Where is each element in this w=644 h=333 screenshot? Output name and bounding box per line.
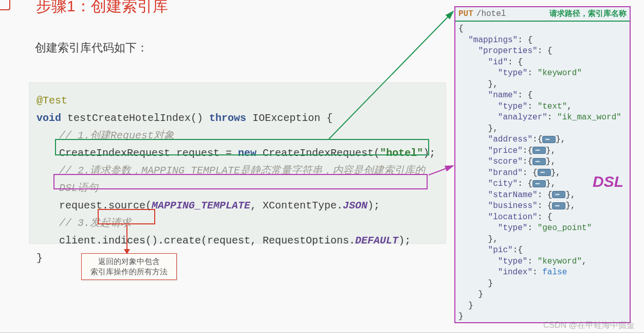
- json-key: "brand": [488, 168, 523, 178]
- brace-close: }: [36, 252, 43, 264]
- json-key: "address": [488, 135, 532, 144]
- code-line-4c: .create(request, RequestOptions.: [158, 235, 355, 247]
- watermark: CSDN @在甲蛙海中掘金: [543, 320, 635, 331]
- method-name: testCreateHotelIndex(): [67, 112, 203, 124]
- collapse-icon[interactable]: [532, 158, 546, 165]
- json-key: "business": [488, 201, 538, 211]
- code-line-4a: client.: [59, 235, 102, 247]
- code-line-3a: request.source(: [59, 200, 152, 212]
- code-line-3c: );: [367, 200, 380, 212]
- json-key: "score": [488, 157, 523, 166]
- json-key: "properties": [478, 46, 537, 56]
- json-value: "ik_max_word": [557, 113, 621, 122]
- java-code-block: @Test void testCreateHotelIndex() throws…: [29, 82, 446, 244]
- json-value: false: [542, 268, 567, 277]
- json-key: "name": [488, 91, 518, 100]
- json-key: "id": [488, 58, 508, 67]
- annotation: @Test: [36, 95, 67, 107]
- json-key: "analyzer": [498, 113, 547, 122]
- code-line-4d: );: [398, 235, 411, 247]
- keyword-void: void: [36, 112, 61, 124]
- json-value: "geo_point": [538, 223, 592, 233]
- comment-1: // 1.创建Request对象: [36, 127, 438, 145]
- note-callout: 返回的对象中包含 索引库操作的所有方法: [81, 253, 177, 280]
- const-default: DEFAULT: [355, 235, 398, 247]
- comment-2a: // 2.请求参数，: [59, 165, 141, 177]
- json-key: "starName": [488, 190, 538, 200]
- collapse-icon[interactable]: [552, 191, 565, 198]
- json-key: "location": [488, 213, 538, 222]
- note-line-2: 索引库操作的所有方法: [90, 267, 168, 277]
- string-hotel: "hotel": [380, 147, 423, 159]
- collapse-icon[interactable]: [532, 180, 546, 187]
- json-key: "price": [488, 146, 523, 155]
- code-line-2a: CreateIndexRequest request =: [59, 147, 238, 159]
- json-key: "pic": [488, 246, 513, 255]
- const-json: JSON: [343, 200, 367, 212]
- json-key: "type": [498, 257, 528, 266]
- json-value: "text": [538, 102, 567, 111]
- code-line-2c: );: [423, 147, 435, 159]
- dsl-header-note: 请求路径，索引库名称: [549, 9, 627, 19]
- note-line-1: 返回的对象中包含: [98, 256, 160, 267]
- json-value: "keyword": [538, 68, 582, 78]
- const-mapping: MAPPING_TEMPLATE: [152, 200, 250, 212]
- json-key: "type": [498, 68, 528, 78]
- json-key: "city": [488, 179, 518, 188]
- comment-2e: 语句: [78, 182, 98, 194]
- http-method: PUT: [458, 9, 473, 19]
- json-key: "index": [498, 268, 532, 277]
- http-path: /hotel: [476, 9, 506, 19]
- json-value: "keyword": [538, 257, 582, 266]
- comment-3: // 3.发起请求: [36, 215, 438, 232]
- code-line-4b: indices(): [102, 235, 158, 247]
- keyword-new: new: [238, 147, 256, 159]
- code-line-3b: , XContentType.: [250, 200, 343, 212]
- json-key: "mappings": [468, 36, 518, 45]
- subtitle-text: 创建索引库代码如下：: [35, 40, 148, 56]
- page-title: 步骤1：创建索引库: [36, 0, 168, 17]
- code-line-2b: CreateIndexRequest(: [256, 147, 380, 159]
- json-key: "type": [498, 223, 528, 233]
- topbar-fragment: [0, 0, 10, 10]
- comment-2b: MAPPING_TEMPLATE: [141, 165, 240, 177]
- comment-2d: DSL: [59, 182, 78, 194]
- dsl-panel: PUT /hotel 请求路径，索引库名称 { "mappings": { "p…: [454, 6, 631, 323]
- exception: IOException {: [252, 112, 333, 124]
- collapse-icon[interactable]: [542, 136, 556, 143]
- comment-2c: 是静态常量字符串，内容是创建索引库的: [240, 165, 425, 177]
- keyword-throws: throws: [209, 112, 246, 124]
- collapse-icon[interactable]: [532, 147, 546, 154]
- collapse-icon[interactable]: [552, 202, 565, 209]
- collapse-icon[interactable]: [538, 169, 551, 176]
- dsl-big-label: DSL: [593, 173, 623, 190]
- json-key: "type": [498, 102, 528, 111]
